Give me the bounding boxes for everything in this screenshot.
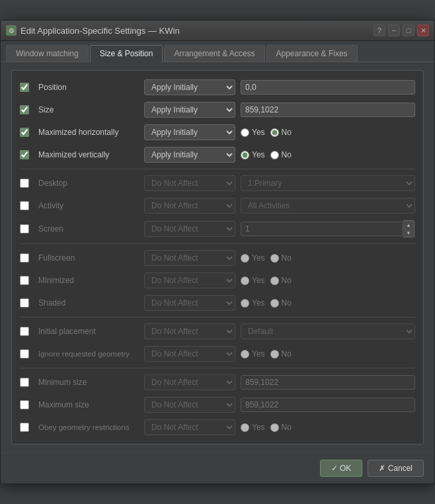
- value-maximum-size: [241, 398, 415, 412]
- radio-max-vert-yes-label[interactable]: Yes: [241, 150, 265, 159]
- help-button[interactable]: ?: [374, 24, 385, 36]
- dropdown-minimized-container: Do Not Affect: [144, 273, 235, 288]
- dropdown-ignore-geometry[interactable]: Do Not Affect: [144, 346, 235, 362]
- checkbox-max-vert[interactable]: [20, 150, 29, 159]
- checkbox-desktop-container: [20, 179, 38, 188]
- radio-max-horiz-yes[interactable]: [241, 128, 249, 137]
- checkbox-initial-placement[interactable]: [20, 327, 29, 336]
- dropdown-maximum-size[interactable]: Do Not Affect: [144, 397, 235, 413]
- checkbox-maximum-size[interactable]: [20, 400, 29, 409]
- row-maximum-size: Maximum size Do Not Affect: [20, 394, 415, 416]
- checkbox-size[interactable]: [20, 105, 29, 114]
- checkbox-minimum-size[interactable]: [20, 378, 29, 387]
- dropdown-size[interactable]: Apply Initially Do Not Affect Force: [144, 102, 235, 118]
- checkbox-ignore-geometry[interactable]: [20, 349, 29, 358]
- checkbox-activity-container: [20, 201, 38, 210]
- select-desktop[interactable]: 1:Primary: [241, 175, 415, 191]
- radio-obey-no[interactable]: [270, 423, 279, 432]
- radio-shaded-no[interactable]: [270, 299, 279, 308]
- input-maximum-size[interactable]: [241, 398, 415, 412]
- select-initial-placement[interactable]: Default: [241, 323, 415, 339]
- checkbox-max-horiz[interactable]: [20, 128, 29, 137]
- cancel-button[interactable]: ✗ Cancel: [368, 460, 424, 477]
- checkbox-desktop[interactable]: [20, 179, 29, 188]
- radio-max-horiz-no-label[interactable]: No: [270, 128, 292, 137]
- dropdown-fullscreen[interactable]: Do Not Affect: [144, 250, 235, 266]
- radio-max-horiz-no[interactable]: [270, 128, 279, 137]
- input-size[interactable]: [241, 103, 415, 117]
- checkbox-shaded[interactable]: [20, 298, 29, 308]
- label-minimum-size: Minimum size: [38, 378, 144, 387]
- label-max-vert: Maximized vertically: [38, 150, 144, 159]
- checkbox-minimized[interactable]: [20, 276, 29, 285]
- select-activity[interactable]: All Activities: [241, 198, 415, 214]
- radio-max-vert-no[interactable]: [270, 151, 279, 159]
- radio-fullscreen-no-label: No: [270, 253, 292, 263]
- titlebar: ⚙ Edit Application-Specific Settings — K…: [1, 21, 434, 41]
- tab-window-matching[interactable]: Window matching: [6, 45, 89, 62]
- row-size: Size Apply Initially Do Not Affect Force: [20, 99, 415, 121]
- footer: ✓ OK ✗ Cancel: [1, 452, 434, 483]
- radio-fullscreen: Yes No: [241, 253, 415, 263]
- radio-shaded-yes-label: Yes: [241, 298, 265, 308]
- label-desktop: Desktop: [38, 179, 144, 188]
- ok-button[interactable]: ✓ OK: [320, 460, 363, 477]
- row-minimum-size: Minimum size Do Not Affect: [20, 368, 415, 394]
- minimize-button[interactable]: −: [388, 24, 400, 36]
- input-position[interactable]: [241, 80, 415, 95]
- radio-shaded-yes[interactable]: [241, 299, 249, 308]
- checkbox-fullscreen[interactable]: [20, 253, 29, 263]
- dropdown-minimum-size[interactable]: Do Not Affect: [144, 374, 235, 390]
- checkbox-ignore-geometry-container: [20, 349, 38, 358]
- dropdown-fullscreen-container: Do Not Affect: [144, 250, 235, 266]
- maximize-button[interactable]: □: [403, 24, 415, 36]
- row-shaded: Shaded Do Not Affect Yes No: [20, 292, 415, 314]
- dropdown-minimized[interactable]: Do Not Affect: [144, 273, 235, 288]
- radio-fullscreen-yes[interactable]: [241, 254, 249, 263]
- row-activity: Activity Do Not Affect All Activities: [20, 194, 415, 217]
- dropdown-minimum-size-container: Do Not Affect: [144, 374, 235, 390]
- dropdown-max-horiz[interactable]: Apply Initially Do Not Affect Force: [144, 124, 235, 140]
- content-area: Position Apply Initially Do Not Affect F…: [1, 62, 434, 452]
- label-maximum-size: Maximum size: [38, 400, 144, 409]
- tab-arrangement-access[interactable]: Arrangement & Access: [164, 45, 264, 62]
- dropdown-size-container: Apply Initially Do Not Affect Force: [144, 102, 235, 118]
- tab-appearance-fixes[interactable]: Appearance & Fixes: [266, 45, 358, 62]
- checkbox-activity[interactable]: [20, 201, 29, 210]
- spinner-screen-down[interactable]: ▼: [403, 229, 414, 237]
- dropdown-obey-geometry[interactable]: Do Not Affect: [144, 419, 235, 435]
- radio-ignore-no-label: No: [270, 349, 292, 358]
- tab-size-position[interactable]: Size & Position: [90, 45, 163, 62]
- radio-max-vert-no-label[interactable]: No: [270, 150, 292, 159]
- checkbox-obey-geometry-container: [20, 423, 38, 432]
- label-initial-placement: Initial placement: [38, 327, 144, 336]
- checkbox-screen[interactable]: [20, 224, 29, 233]
- radio-fullscreen-no[interactable]: [270, 254, 279, 263]
- radio-ignore-no[interactable]: [270, 350, 279, 358]
- radio-max-horiz-yes-label[interactable]: Yes: [241, 128, 265, 137]
- dropdown-initial-placement[interactable]: Do Not Affect: [144, 323, 235, 339]
- radio-obey-geometry: Yes No: [241, 423, 415, 432]
- dropdown-activity[interactable]: Do Not Affect: [144, 198, 235, 214]
- radio-ignore-yes[interactable]: [241, 350, 249, 358]
- dropdown-screen[interactable]: Do Not Affect: [144, 221, 235, 237]
- close-button[interactable]: ✕: [417, 24, 429, 36]
- checkbox-position[interactable]: [20, 83, 29, 92]
- dropdown-position[interactable]: Apply Initially Do Not Affect Force: [144, 79, 235, 95]
- radio-obey-yes[interactable]: [241, 423, 249, 432]
- input-minimum-size[interactable]: [241, 375, 415, 390]
- dropdown-max-vert[interactable]: Apply Initially Do Not Affect Force: [144, 147, 235, 163]
- dropdown-shaded[interactable]: Do Not Affect: [144, 295, 235, 311]
- input-screen[interactable]: [241, 222, 403, 236]
- checkbox-obey-geometry[interactable]: [20, 423, 29, 432]
- value-initial-placement: Default: [241, 323, 415, 339]
- radio-max-vert-yes[interactable]: [241, 151, 249, 159]
- checkbox-shaded-container: [20, 298, 38, 308]
- label-position: Position: [38, 83, 144, 92]
- radio-minimized-no[interactable]: [270, 276, 279, 285]
- spinner-screen-up[interactable]: ▲: [403, 221, 414, 229]
- row-ignore-geometry: Ignore requested geometry Do Not Affect …: [20, 343, 415, 365]
- dropdown-desktop[interactable]: Do Not Affect: [144, 175, 235, 191]
- checkbox-max-vert-container: [20, 150, 38, 159]
- radio-minimized-yes[interactable]: [241, 276, 249, 285]
